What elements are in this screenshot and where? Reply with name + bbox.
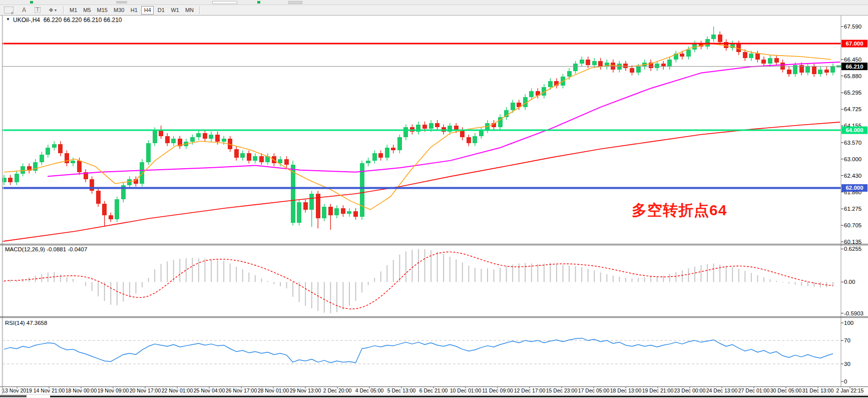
price-badge-label: 66.210	[845, 64, 863, 70]
date-label: 31 Dec 13:00	[802, 387, 834, 393]
price-badge-label: 67.000	[845, 41, 863, 47]
price-tick-label: 64.725	[844, 106, 861, 112]
date-label: 26 Nov 17:00	[226, 387, 257, 393]
macd-tick-label: -0.5903	[844, 310, 863, 316]
date-label: 19 Nov 09:00	[98, 387, 129, 393]
price-tick-label: 63.570	[844, 140, 861, 146]
date-label: 30 Dec 05:00	[770, 387, 802, 393]
date-label: 22 Nov 01:00	[162, 387, 193, 393]
rsi-tick-label: 30	[844, 361, 850, 367]
chart-title: UKOil-,H4 66.220 66.220 66.210 66.210	[13, 17, 122, 24]
date-label: 18 Dec 13:00	[610, 387, 642, 393]
date-axis: 13 Nov 201914 Nov 21:0018 Nov 00:0019 No…	[2, 386, 863, 393]
date-label: 23 Dec 00:00	[674, 387, 706, 393]
date-label: 24 Dec 13:00	[706, 387, 738, 393]
date-label: 5 Dec 13:00	[387, 387, 416, 393]
macd-tick-label: 0.00	[844, 279, 855, 285]
date-label: 14 Nov 21:00	[34, 387, 65, 393]
bottom-tab-fragment	[0, 395, 27, 397]
price-tick-label: 65.880	[844, 73, 861, 79]
price-tick-label: 62.430	[844, 173, 861, 179]
date-label: 12 Dec 17:00	[514, 387, 546, 393]
symbol-dropdown-icon[interactable]: ▼	[6, 17, 10, 22]
price-tick-label: 61.275	[844, 206, 861, 212]
date-label: 27 Dec 01:00	[738, 387, 770, 393]
date-label: 13 Nov 2019	[2, 387, 32, 393]
price-tick-label: 66.450	[844, 57, 861, 63]
price-badge-label: 62.000	[845, 185, 863, 191]
date-label: 2 Dec 20:00	[323, 387, 352, 393]
rsi-tick-label: 70	[844, 337, 850, 343]
date-label: 17 Dec 05:00	[578, 387, 610, 393]
date-label: 18 Nov 00:00	[66, 387, 97, 393]
macd-pane-label: MACD(12,26,9) -0.0881 -0.0407	[5, 246, 87, 252]
date-label: 10 Dec 01:00	[450, 387, 482, 393]
macd-tick-label: 0.6255	[844, 246, 861, 252]
rsi-pane-label: RSI(14) 47.3658	[5, 320, 47, 326]
price-tick-label: 60.705	[844, 222, 861, 228]
mt4-chart-window: F A T ❖ ▾ M1M5M15M30H1H4D1W1MN 67.59066.…	[0, 0, 868, 398]
date-label: 15 Dec 23:00	[546, 387, 578, 393]
date-label: 11 Dec 09:00	[482, 387, 513, 393]
price-tick-label: 63.000	[844, 156, 861, 162]
rsi-tick-label: 0	[844, 378, 847, 384]
price-tick-label: 67.590	[844, 24, 861, 30]
price-badge-label: 64.000	[845, 127, 863, 133]
chart-canvas[interactable]: 67.59066.45065.88065.29564.72564.15563.5…	[0, 0, 868, 398]
date-label: 25 Nov 04:00	[194, 387, 225, 393]
date-label: 20 Nov 17:00	[130, 387, 161, 393]
date-label: 29 Nov 13:00	[290, 387, 321, 393]
date-label: 6 Dec 21:00	[419, 387, 448, 393]
rsi-tick-label: 100	[844, 320, 853, 326]
bottom-tab-fragment	[50, 396, 868, 397]
date-label: 2 Jan 22:15	[836, 387, 864, 393]
annotation-text: 多空转折点64	[632, 200, 727, 221]
date-label: 28 Nov 01:00	[258, 387, 289, 393]
date-label: 19 Dec 21:00	[642, 387, 674, 393]
date-label: 4 Dec 05:00	[355, 387, 384, 393]
price-tick-label: 65.295	[844, 90, 861, 96]
